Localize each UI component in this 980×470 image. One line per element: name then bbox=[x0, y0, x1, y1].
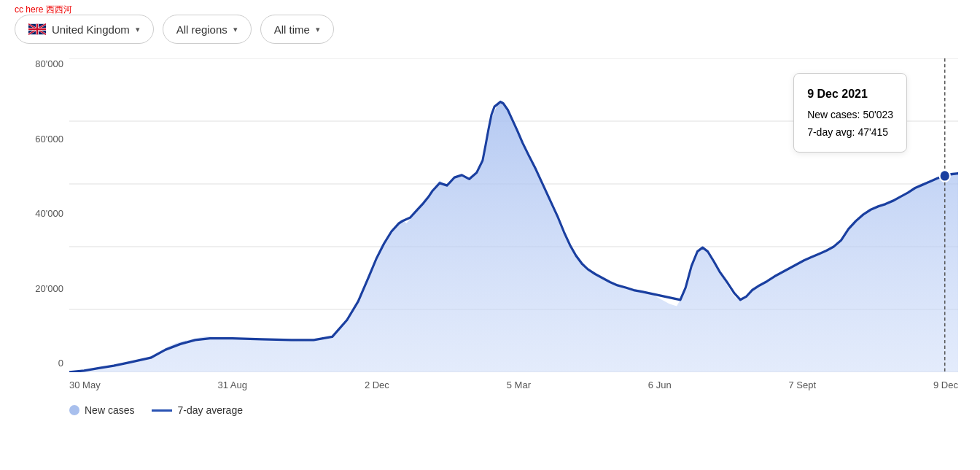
chart-area: 9 Dec 2021 New cases: 50'023 7-day avg: … bbox=[15, 58, 965, 416]
regions-chevron: ▾ bbox=[233, 25, 238, 34]
y-axis: 80'000 60'000 40'000 20'000 0 bbox=[15, 58, 69, 372]
y-label-20k: 20'000 bbox=[15, 283, 69, 294]
legend-cases-dot bbox=[69, 405, 79, 415]
legend-cases-label: New cases bbox=[85, 404, 134, 416]
x-label-jun: 6 Jun bbox=[648, 380, 672, 390]
chart-svg bbox=[69, 58, 958, 372]
watermark: cc here 西西河 bbox=[15, 4, 72, 16]
chart-svg-container bbox=[69, 58, 958, 372]
svg-point-8 bbox=[940, 170, 950, 181]
toolbar: United Kingdom ▾ All regions ▾ All time … bbox=[15, 15, 965, 44]
time-label: All time bbox=[274, 23, 310, 36]
legend-avg: 7-day average bbox=[152, 404, 243, 416]
time-chevron: ▾ bbox=[316, 25, 320, 34]
legend: New cases 7-day average bbox=[69, 404, 243, 416]
y-label-40k: 40'000 bbox=[15, 208, 69, 219]
x-label-dec2: 9 Dec bbox=[933, 380, 958, 390]
y-label-80k: 80'000 bbox=[15, 58, 69, 69]
legend-avg-label: 7-day average bbox=[177, 404, 243, 416]
time-dropdown[interactable]: All time ▾ bbox=[260, 15, 334, 44]
x-label-sept: 7 Sept bbox=[789, 380, 817, 390]
x-label-may: 30 May bbox=[69, 380, 101, 390]
uk-flag-icon bbox=[28, 23, 46, 36]
x-label-aug: 31 Aug bbox=[218, 380, 248, 390]
x-label-mar: 5 Mar bbox=[507, 380, 531, 390]
legend-cases: New cases bbox=[69, 404, 134, 416]
country-dropdown[interactable]: United Kingdom ▾ bbox=[15, 15, 154, 44]
x-label-dec1: 2 Dec bbox=[365, 380, 389, 390]
legend-avg-line bbox=[152, 409, 172, 412]
country-chevron: ▾ bbox=[136, 25, 140, 34]
y-label-0: 0 bbox=[15, 358, 69, 369]
y-label-60k: 60'000 bbox=[15, 134, 69, 145]
country-label: United Kingdom bbox=[52, 23, 130, 36]
regions-label: All regions bbox=[176, 23, 228, 36]
regions-dropdown[interactable]: All regions ▾ bbox=[163, 15, 252, 44]
x-axis: 30 May 31 Aug 2 Dec 5 Mar 6 Jun 7 Sept 9… bbox=[69, 380, 958, 390]
